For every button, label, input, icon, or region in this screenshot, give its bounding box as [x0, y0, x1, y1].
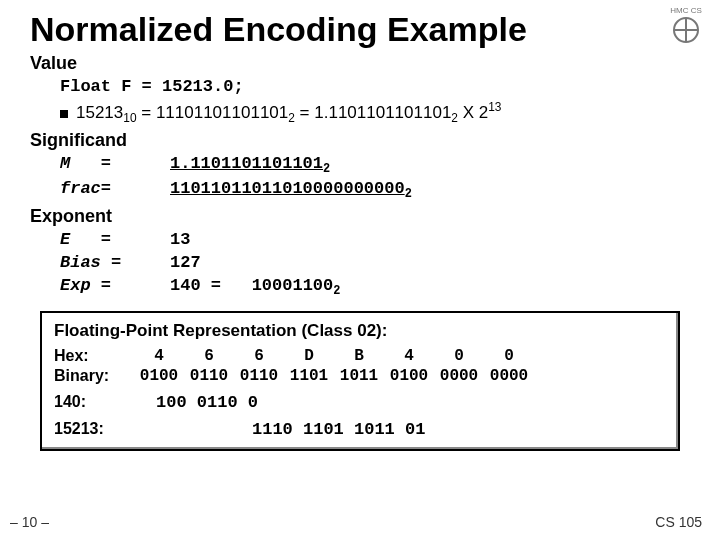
significand-frac-row: frac= 110110110110100000000002 — [60, 178, 690, 202]
logo-text: HMC CS — [660, 6, 712, 15]
fp-box-head: Floating-Point Representation (Class 02)… — [54, 321, 666, 341]
wheel-icon — [673, 17, 699, 43]
section-value-head: Value — [30, 53, 690, 74]
slide-title: Normalized Encoding Example — [30, 10, 690, 49]
significand-m-row: M = 1.11011011011012 — [60, 153, 690, 177]
exp-value: 140 = 100011002 — [170, 275, 340, 299]
section-exponent-head: Exponent — [30, 206, 690, 227]
exponent-exp-row: Exp = 140 = 100011002 — [60, 275, 690, 299]
fp-15213-value: 1110 1101 1011 01 — [252, 420, 425, 439]
fp-representation-box: Floating-Point Representation (Class 02)… — [40, 311, 680, 451]
fp-hex-value: 466DB400 — [134, 347, 534, 365]
page-number: – 10 – — [10, 514, 49, 530]
e-value: 13 — [170, 229, 190, 252]
bias-value: 127 — [170, 252, 201, 275]
frac-value: 110110110110100000000002 — [170, 178, 412, 202]
course-label: CS 105 — [655, 514, 702, 530]
fp-binary-row: Binary: 01000110011011011011010000000000 — [54, 367, 666, 385]
value-expression: 1521310 = 111011011011012 = 1.1101101101… — [76, 99, 501, 126]
fp-140-row: 140: 100 0110 0 — [54, 393, 666, 412]
section-significand-head: Significand — [30, 130, 690, 151]
value-bullet-row: 1521310 = 111011011011012 = 1.1101101101… — [60, 99, 690, 126]
value-declaration: Float F = 15213.0; — [60, 76, 690, 99]
fp-15213-row: 15213: 1110 1101 1011 01 — [54, 420, 666, 439]
exponent-e-row: E = 13 — [60, 229, 690, 252]
fp-140-value: 100 0110 0 — [156, 393, 258, 412]
m-value: 1.11011011011012 — [170, 153, 330, 177]
school-logo: HMC CS — [660, 6, 712, 58]
bullet-icon — [60, 110, 68, 118]
fp-hex-row: Hex: 466DB400 — [54, 347, 666, 365]
exponent-bias-row: Bias = 127 — [60, 252, 690, 275]
fp-binary-value: 01000110011011011011010000000000 — [134, 367, 534, 385]
